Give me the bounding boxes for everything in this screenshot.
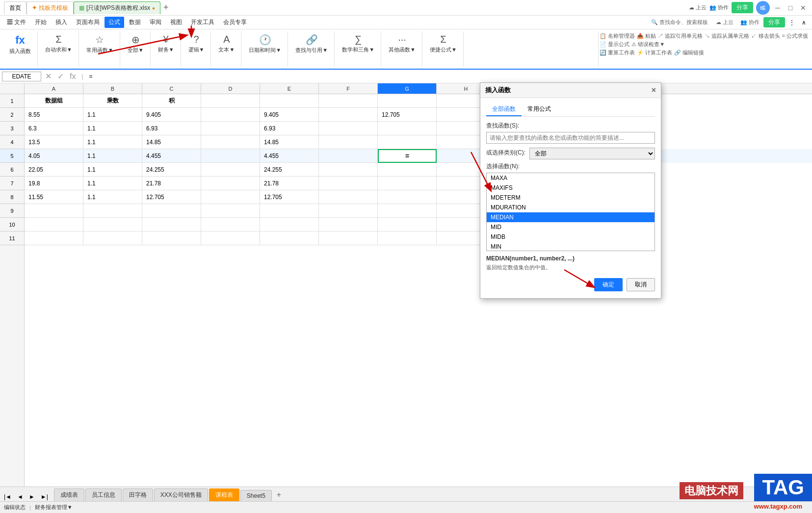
- cell-b7[interactable]: 1.1: [83, 177, 142, 190]
- search-commands[interactable]: 🔍 查找命令、搜索模板: [647, 19, 712, 26]
- cell-a8[interactable]: 11.55: [25, 190, 83, 204]
- cell-f2[interactable]: [319, 108, 378, 122]
- cell-c11[interactable]: [142, 231, 201, 245]
- formula-val-btn[interactable]: = 公式求值: [782, 32, 808, 40]
- remove-arrows-btn[interactable]: ↙ 移去箭头: [751, 32, 780, 40]
- cell-f4[interactable]: [319, 135, 378, 149]
- math-btn[interactable]: ∑ 数学和三角▼: [340, 32, 377, 55]
- row-num-5[interactable]: 5: [0, 149, 24, 163]
- common-func-btn[interactable]: ☆ 常用函数▼: [84, 32, 116, 55]
- cell-c1[interactable]: 积: [142, 94, 201, 108]
- tab-spreadsheet[interactable]: ▦ [只读]WPS表格教程.xlsx ●: [74, 1, 160, 14]
- tab-prev-btn[interactable]: ◄: [15, 492, 25, 501]
- cell-g3[interactable]: [378, 122, 437, 135]
- cell-e4[interactable]: 14.85: [260, 135, 319, 149]
- cloud-btn[interactable]: ☁ 上云: [689, 4, 707, 11]
- cell-d2[interactable]: [201, 108, 260, 122]
- maximize-btn[interactable]: □: [786, 3, 795, 13]
- name-box[interactable]: [2, 72, 41, 81]
- cell-d10[interactable]: [201, 218, 260, 231]
- collab-btn[interactable]: 👥 协作: [709, 4, 729, 11]
- cell-b8[interactable]: 1.1: [83, 190, 142, 204]
- finance-btn[interactable]: ¥ 财务▼: [156, 32, 177, 55]
- cell-f9[interactable]: [319, 204, 378, 218]
- cell-c7[interactable]: 21.78: [142, 177, 201, 190]
- tab-next-btn[interactable]: ►: [27, 492, 37, 501]
- cell-d7[interactable]: [201, 177, 260, 190]
- cell-a11[interactable]: [25, 231, 83, 245]
- cell-e7[interactable]: 21.78: [260, 177, 319, 190]
- row-num-10[interactable]: 10: [0, 218, 24, 231]
- cell-d11[interactable]: [201, 231, 260, 245]
- col-header-c[interactable]: C: [142, 83, 201, 94]
- tab-first-btn[interactable]: |◄: [2, 492, 13, 501]
- cell-d8[interactable]: [201, 190, 260, 204]
- name-manager-btn[interactable]: 📋 名称管理器: [600, 32, 635, 40]
- category-select[interactable]: 全部 数学与三角 统计 文本 日期和时间 查找与引用 逻辑 财务 信息: [529, 148, 655, 159]
- cell-a3[interactable]: 6.3: [25, 122, 83, 135]
- cell-d9[interactable]: [201, 204, 260, 218]
- cell-d3[interactable]: [201, 122, 260, 135]
- row-num-6[interactable]: 6: [0, 163, 24, 177]
- dialog-tab-common-formula[interactable]: 常用公式: [522, 103, 557, 116]
- add-tab-btn[interactable]: +: [160, 0, 172, 15]
- row-num-11[interactable]: 11: [0, 231, 24, 245]
- tab-template[interactable]: ✦ 找板壳模板: [26, 1, 74, 14]
- cell-b3[interactable]: 1.1: [83, 122, 142, 135]
- edit-link-btn[interactable]: 🔗 编辑链接: [674, 49, 704, 56]
- cell-e6[interactable]: 24.255: [260, 163, 319, 177]
- cell-a10[interactable]: [25, 218, 83, 231]
- cell-b11[interactable]: [83, 231, 142, 245]
- cell-e2[interactable]: 9.405: [260, 108, 319, 122]
- cell-c4[interactable]: 14.85: [142, 135, 201, 149]
- cell-a7[interactable]: 19.8: [25, 177, 83, 190]
- cell-g7[interactable]: [378, 177, 437, 190]
- trace-dep-btn[interactable]: ↘ 追踪从属单元格: [705, 32, 749, 40]
- col-header-b[interactable]: B: [83, 83, 142, 94]
- datetime-btn[interactable]: 🕐 日期和时间▼: [246, 32, 284, 55]
- sheet-tab-sales[interactable]: XXX公司销售额: [154, 488, 208, 501]
- row-num-3[interactable]: 3: [0, 122, 24, 135]
- menu-review[interactable]: 审阅: [146, 17, 165, 28]
- minimize-btn[interactable]: ─: [773, 3, 783, 13]
- collapse-ribbon[interactable]: ∧: [799, 19, 809, 26]
- cell-a5[interactable]: 4.05: [25, 149, 83, 163]
- cell-b10[interactable]: [83, 218, 142, 231]
- cell-f6[interactable]: [319, 163, 378, 177]
- cell-f8[interactable]: [319, 190, 378, 204]
- cell-g6[interactable]: [378, 163, 437, 177]
- quick-formula-btn[interactable]: Σ 便捷公式▼: [427, 32, 459, 55]
- cell-g11[interactable]: [378, 231, 437, 245]
- cell-f1[interactable]: [319, 94, 378, 108]
- paste-btn[interactable]: 📥 粘贴: [637, 32, 656, 40]
- share-btn[interactable]: 分享: [732, 2, 753, 13]
- close-btn[interactable]: ✕: [798, 3, 808, 13]
- col-header-d[interactable]: D: [201, 83, 260, 94]
- cell-d6[interactable]: [201, 163, 260, 177]
- cell-e5[interactable]: 4.455: [260, 149, 319, 163]
- cell-e3[interactable]: 6.93: [260, 122, 319, 135]
- sheet-tab-sheet5[interactable]: Sheet5: [240, 490, 272, 501]
- row-num-4[interactable]: 4: [0, 135, 24, 149]
- menu-layout[interactable]: 页面布局: [72, 17, 104, 28]
- menu-start[interactable]: 开始: [31, 17, 51, 28]
- dialog-tab-all-func[interactable]: 全部函数: [486, 103, 522, 116]
- cell-b9[interactable]: [83, 204, 142, 218]
- cell-c2[interactable]: 9.405: [142, 108, 201, 122]
- cell-c9[interactable]: [142, 204, 201, 218]
- row-num-7[interactable]: 7: [0, 177, 24, 190]
- menu-vip[interactable]: 会员专享: [219, 17, 251, 28]
- cell-b1[interactable]: 乘数: [83, 94, 142, 108]
- cell-f7[interactable]: [319, 177, 378, 190]
- formula-input[interactable]: [87, 72, 810, 81]
- cloud-menu[interactable]: ☁ 上云: [713, 19, 736, 26]
- cell-a9[interactable]: [25, 204, 83, 218]
- cell-b4[interactable]: 1.1: [83, 135, 142, 149]
- dialog-cancel-btn[interactable]: 取消: [627, 278, 655, 291]
- sheet-tab-employees[interactable]: 员工信息: [85, 488, 122, 501]
- col-header-a[interactable]: A: [25, 83, 83, 94]
- cell-f3[interactable]: [319, 122, 378, 135]
- text-btn[interactable]: A 文本▼: [216, 32, 237, 55]
- cell-a6[interactable]: 22.05: [25, 163, 83, 177]
- cell-a2[interactable]: 8.55: [25, 108, 83, 122]
